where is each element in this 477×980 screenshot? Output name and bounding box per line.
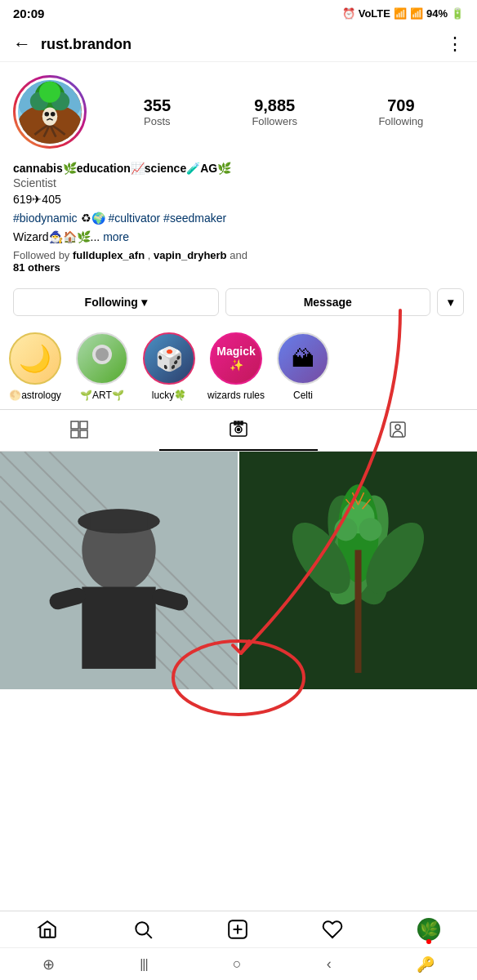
nav-create[interactable]	[227, 919, 248, 940]
bio-emoji: ♻🌍	[81, 212, 109, 225]
action-buttons: Following ▾ Message ▾	[0, 280, 477, 324]
svg-rect-14	[80, 421, 87, 429]
art-thumbnail-icon	[86, 342, 118, 375]
post-item-2[interactable]	[239, 452, 477, 689]
profile-header: ← rust.brandon ⋮	[0, 27, 477, 62]
post-photo-plant	[239, 452, 477, 689]
nav-home[interactable]	[37, 919, 58, 940]
nav-likes[interactable]	[322, 919, 343, 940]
highlight-label-art: 🌱ART🌱	[80, 390, 124, 401]
highlight-astrology[interactable]: 🌙 🌕astrology	[7, 332, 64, 401]
following-label: Following	[378, 115, 423, 127]
back-button[interactable]: ←	[13, 33, 31, 55]
battery-icon: 🔋	[451, 7, 464, 20]
android-back-button[interactable]: ‹	[327, 956, 332, 973]
bio-followed-by: Followed by fullduplex_afn , vapin_dryhe…	[13, 249, 464, 274]
following-button[interactable]: Following ▾	[13, 288, 219, 316]
post-item-1[interactable]	[0, 452, 238, 689]
tab-grid[interactable]	[0, 410, 159, 451]
grid-icon	[69, 420, 89, 439]
svg-point-22	[238, 429, 240, 431]
android-recents-button[interactable]: |||	[140, 957, 147, 972]
tab-reels[interactable]	[159, 410, 319, 451]
wizards-icon: Magick ✨	[212, 341, 261, 376]
profile-top: 355 Posts 9,885 Followers 709 Following	[13, 75, 464, 149]
bio-hashtag-seedmaker[interactable]: #seedmaker	[163, 212, 226, 225]
leaf-icon: 🌿	[420, 920, 438, 938]
avatar[interactable]	[13, 75, 87, 149]
highlight-label-wizards: wizards rules	[207, 390, 265, 401]
bio-hashtag-biodynamic[interactable]: #biodynamic	[13, 212, 78, 225]
celti-icon: 🏔	[292, 345, 314, 372]
bio-section: cannabis🌿education📈science🧪AG🌿 Scientist…	[0, 155, 477, 280]
signal-icon: 📶	[410, 7, 423, 20]
svg-point-10	[51, 112, 56, 117]
svg-point-46	[359, 518, 382, 541]
highlight-art[interactable]: 🌱ART🌱	[74, 332, 131, 401]
bio-title: Scientist	[13, 176, 464, 189]
posts-label: Posts	[144, 115, 171, 127]
highlight-circle-celti: 🏔	[277, 332, 329, 385]
bio-more-link[interactable]: more	[103, 230, 129, 243]
highlight-lucky[interactable]: 🎲 lucky🍀	[140, 332, 198, 401]
android-lock-button[interactable]: 🔑	[417, 956, 435, 973]
svg-rect-34	[82, 587, 155, 669]
svg-point-45	[334, 518, 357, 541]
status-time: 20:09	[13, 7, 44, 20]
svg-point-24	[395, 425, 400, 430]
follower-name-2[interactable]: vapin_dryherb	[154, 249, 227, 261]
nav-profile-dot	[426, 939, 431, 944]
alarm-icon: ⏰	[342, 7, 355, 20]
following-arrow-icon: ▾	[141, 296, 147, 309]
following-label: Following	[85, 296, 138, 309]
following-stat[interactable]: 709 Following	[378, 96, 423, 127]
status-bar: 20:09 ⏰ VoLTE 📶 📶 94% 🔋	[0, 0, 477, 27]
home-icon	[37, 919, 58, 940]
more-options-button[interactable]: ⋮	[446, 33, 464, 55]
followers-stat[interactable]: 9,885 Followers	[252, 96, 297, 127]
message-button[interactable]: Message	[225, 288, 431, 316]
others-count[interactable]: 81 others	[13, 261, 60, 274]
android-home-button[interactable]: ○	[233, 956, 242, 973]
stats-container: 355 Posts 9,885 Followers 709 Following	[103, 96, 464, 127]
highlight-circle-wizards: Magick ✨	[210, 332, 262, 385]
avatar-image	[16, 78, 84, 146]
svg-point-52	[136, 922, 148, 934]
profile-section: 355 Posts 9,885 Followers 709 Following	[0, 62, 477, 155]
posts-stat[interactable]: 355 Posts	[144, 96, 171, 127]
following-count: 709	[387, 96, 414, 115]
create-icon	[227, 919, 248, 940]
svg-rect-13	[71, 421, 78, 429]
svg-point-7	[39, 82, 60, 103]
bio-hashtag-cultivator[interactable]: #cultivator	[108, 212, 160, 225]
wifi-icon: 📶	[394, 7, 407, 20]
tagged-icon	[388, 420, 408, 439]
nav-search[interactable]	[132, 919, 154, 940]
followers-label: Followers	[252, 115, 297, 127]
follower-name-1[interactable]: fullduplex_afn	[73, 249, 145, 261]
svg-point-9	[45, 112, 50, 117]
highlight-circle-lucky: 🎲	[143, 332, 195, 385]
highlight-circle-art	[76, 332, 128, 385]
android-nav: ⊕ ||| ○ ‹ 🔑	[0, 947, 477, 980]
heart-icon	[322, 919, 343, 940]
bio-hashtags: #biodynamic ♻🌍 #cultivator #seedmaker	[13, 210, 464, 227]
tab-tagged[interactable]	[318, 410, 477, 451]
highlight-celti[interactable]: 🏔 Celti	[274, 332, 332, 401]
highlight-wizards[interactable]: Magick ✨ wizards rules	[207, 332, 265, 401]
dropdown-button[interactable]: ▾	[437, 288, 464, 316]
post-photo-person	[0, 452, 238, 689]
bio-more: Wizard🧙‍♂️🏠🌿... more	[13, 229, 464, 246]
bio-wizard-text: Wizard🧙‍♂️🏠🌿...	[13, 230, 103, 243]
volte-icon: VoLTE	[359, 7, 390, 20]
followers-count: 9,885	[254, 96, 295, 115]
bottom-nav: 🌿	[0, 911, 477, 947]
svg-point-8	[42, 107, 58, 125]
nav-profile[interactable]: 🌿	[417, 918, 440, 941]
svg-point-12	[96, 348, 109, 361]
reels-icon	[229, 420, 248, 439]
header-username: rust.brandon	[41, 36, 446, 53]
android-gamepad-button[interactable]: ⊕	[42, 956, 55, 973]
highlight-label-astrology: 🌕astrology	[9, 390, 61, 401]
followed-and: and	[230, 249, 247, 261]
